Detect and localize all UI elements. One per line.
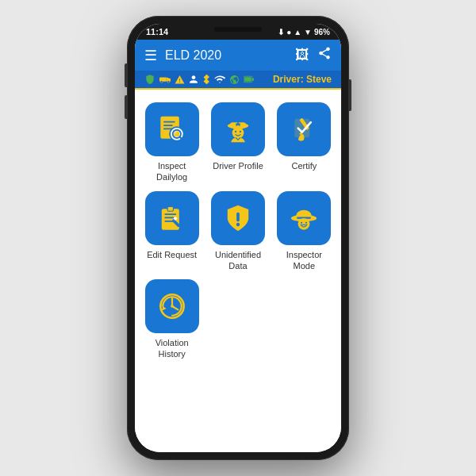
status-bar: 11:14 ⬇ ● ▲ ▼ 96% <box>135 24 341 40</box>
bluetooth-icon: ⬇ <box>278 28 284 36</box>
svg-point-20 <box>235 131 236 132</box>
svg-point-34 <box>236 222 240 225</box>
svg-point-19 <box>232 127 244 139</box>
violation-history-label: Violation History <box>143 337 201 360</box>
inspector-mode-label: Inspector Mode <box>275 249 333 272</box>
phone-device: 11:14 ⬇ ● ▲ ▼ 96% ☰ ELD 2020 🖼 <box>127 16 349 460</box>
location-icon: ● <box>286 28 291 36</box>
signal-icon: ▲ <box>294 28 301 36</box>
certify-icon <box>286 112 321 147</box>
svg-rect-33 <box>236 212 240 221</box>
svg-point-14 <box>174 131 179 136</box>
svg-point-21 <box>240 131 241 132</box>
inspect-dailylog-icon-bg <box>145 102 199 156</box>
svg-point-44 <box>171 305 174 308</box>
wifi-status-icon <box>214 75 225 84</box>
driver-status-icons <box>144 74 254 85</box>
svg-rect-9 <box>163 125 173 126</box>
truck-icon <box>159 75 171 84</box>
svg-rect-0 <box>159 77 167 81</box>
edit-request-icon-bg <box>145 191 199 245</box>
driver-profile-label: Driver Profile <box>213 160 263 171</box>
alert-icon <box>175 75 185 85</box>
share-icon[interactable] <box>317 46 332 64</box>
app-grid: Inspect Dailylog <box>143 102 333 360</box>
svg-rect-5 <box>244 77 251 81</box>
svg-point-38 <box>298 218 310 230</box>
battery-icon: 96% <box>314 28 330 36</box>
main-content: Inspect Dailylog <box>135 90 341 452</box>
wifi-icon: ▼ <box>304 28 312 36</box>
svg-rect-26 <box>167 206 173 211</box>
battery-status-icon <box>244 75 254 83</box>
image-icon[interactable]: 🖼 <box>295 47 309 63</box>
inspector-mode-icon <box>286 201 321 236</box>
grid-item-unidentified-data[interactable]: Unidentified Data <box>209 191 267 272</box>
violation-history-icon <box>155 289 190 324</box>
svg-point-2 <box>160 81 163 83</box>
certify-icon-bg <box>277 102 331 156</box>
svg-rect-8 <box>163 121 175 123</box>
inspect-dailylog-icon <box>155 112 190 147</box>
grid-item-driver-profile[interactable]: Driver Profile <box>211 102 265 183</box>
svg-point-40 <box>305 221 307 223</box>
phone-screen: 11:14 ⬇ ● ▲ ▼ 96% ☰ ELD 2020 🖼 <box>135 24 341 452</box>
grid-item-inspector-mode[interactable]: Inspector Mode <box>275 191 333 272</box>
grid-item-certify[interactable]: Certify <box>277 102 331 183</box>
camera-notch <box>214 27 262 32</box>
svg-rect-28 <box>164 217 174 218</box>
inspector-mode-icon-bg <box>277 191 331 245</box>
svg-rect-27 <box>164 213 176 215</box>
unidentified-data-icon-bg <box>211 191 265 245</box>
unidentified-data-icon <box>221 201 255 236</box>
grid-item-edit-request[interactable]: Edit Request <box>145 191 199 272</box>
driver-name: Driver: Steve <box>273 74 332 85</box>
bluetooth-status-icon <box>202 74 210 85</box>
driver-bar: Driver: Steve <box>135 71 341 90</box>
grid-item-violation-history[interactable]: Violation History <box>143 279 201 360</box>
svg-point-15 <box>175 132 176 133</box>
menu-icon[interactable]: ☰ <box>144 47 157 64</box>
status-icons: ⬇ ● ▲ ▼ 96% <box>278 28 330 36</box>
person-icon <box>189 75 198 84</box>
status-time: 11:14 <box>146 27 168 36</box>
svg-point-39 <box>301 221 302 223</box>
shield-status-icon <box>144 74 155 85</box>
svg-rect-6 <box>252 78 254 80</box>
driver-profile-icon-bg <box>211 102 265 156</box>
app-bar: ☰ ELD 2020 🖼 <box>135 40 341 71</box>
edit-request-label: Edit Request <box>147 249 197 260</box>
inspect-dailylog-label: Inspect Dailylog <box>143 160 201 183</box>
violation-history-icon-bg <box>145 279 199 333</box>
driver-profile-icon <box>221 112 255 147</box>
globe-icon <box>229 75 240 85</box>
unidentified-data-label: Unidentified Data <box>209 249 267 272</box>
edit-request-icon <box>155 201 190 236</box>
certify-label: Certify <box>291 160 317 171</box>
svg-point-3 <box>167 81 170 83</box>
app-title: ELD 2020 <box>165 48 287 63</box>
grid-item-inspect-dailylog[interactable]: Inspect Dailylog <box>143 102 201 183</box>
